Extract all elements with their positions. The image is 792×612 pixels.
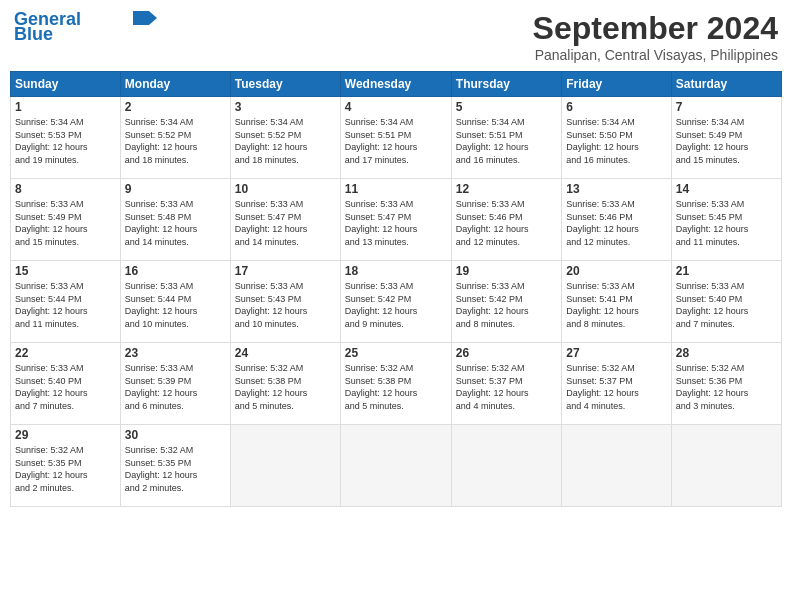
calendar-cell: 20Sunrise: 5:33 AMSunset: 5:41 PMDayligh… (562, 261, 671, 343)
day-number: 3 (235, 100, 336, 114)
svg-marker-0 (133, 11, 157, 25)
week-row-3: 15Sunrise: 5:33 AMSunset: 5:44 PMDayligh… (11, 261, 782, 343)
day-info: Sunrise: 5:33 AMSunset: 5:46 PMDaylight:… (456, 198, 557, 248)
day-info: Sunrise: 5:34 AMSunset: 5:51 PMDaylight:… (345, 116, 447, 166)
month-title: September 2024 (533, 10, 778, 47)
day-number: 17 (235, 264, 336, 278)
day-info: Sunrise: 5:32 AMSunset: 5:35 PMDaylight:… (125, 444, 226, 494)
calendar-cell: 17Sunrise: 5:33 AMSunset: 5:43 PMDayligh… (230, 261, 340, 343)
day-info: Sunrise: 5:33 AMSunset: 5:41 PMDaylight:… (566, 280, 666, 330)
calendar-cell: 25Sunrise: 5:32 AMSunset: 5:38 PMDayligh… (340, 343, 451, 425)
calendar-cell: 8Sunrise: 5:33 AMSunset: 5:49 PMDaylight… (11, 179, 121, 261)
day-info: Sunrise: 5:32 AMSunset: 5:37 PMDaylight:… (566, 362, 666, 412)
day-info: Sunrise: 5:32 AMSunset: 5:35 PMDaylight:… (15, 444, 116, 494)
day-info: Sunrise: 5:34 AMSunset: 5:53 PMDaylight:… (15, 116, 116, 166)
day-info: Sunrise: 5:32 AMSunset: 5:36 PMDaylight:… (676, 362, 777, 412)
day-number: 5 (456, 100, 557, 114)
day-info: Sunrise: 5:33 AMSunset: 5:47 PMDaylight:… (235, 198, 336, 248)
day-number: 4 (345, 100, 447, 114)
weekday-header-wednesday: Wednesday (340, 72, 451, 97)
day-info: Sunrise: 5:33 AMSunset: 5:49 PMDaylight:… (15, 198, 116, 248)
calendar-cell: 29Sunrise: 5:32 AMSunset: 5:35 PMDayligh… (11, 425, 121, 507)
day-number: 7 (676, 100, 777, 114)
day-info: Sunrise: 5:33 AMSunset: 5:43 PMDaylight:… (235, 280, 336, 330)
day-number: 11 (345, 182, 447, 196)
day-number: 20 (566, 264, 666, 278)
calendar-cell: 9Sunrise: 5:33 AMSunset: 5:48 PMDaylight… (120, 179, 230, 261)
day-number: 21 (676, 264, 777, 278)
day-number: 23 (125, 346, 226, 360)
logo-blue: Blue (14, 24, 53, 45)
day-info: Sunrise: 5:32 AMSunset: 5:38 PMDaylight:… (345, 362, 447, 412)
weekday-header-monday: Monday (120, 72, 230, 97)
calendar-cell: 22Sunrise: 5:33 AMSunset: 5:40 PMDayligh… (11, 343, 121, 425)
day-number: 16 (125, 264, 226, 278)
day-info: Sunrise: 5:33 AMSunset: 5:47 PMDaylight:… (345, 198, 447, 248)
week-row-2: 8Sunrise: 5:33 AMSunset: 5:49 PMDaylight… (11, 179, 782, 261)
day-info: Sunrise: 5:34 AMSunset: 5:52 PMDaylight:… (235, 116, 336, 166)
day-info: Sunrise: 5:33 AMSunset: 5:44 PMDaylight:… (125, 280, 226, 330)
calendar-cell (230, 425, 340, 507)
day-number: 15 (15, 264, 116, 278)
calendar-cell: 7Sunrise: 5:34 AMSunset: 5:49 PMDaylight… (671, 97, 781, 179)
calendar-cell: 4Sunrise: 5:34 AMSunset: 5:51 PMDaylight… (340, 97, 451, 179)
calendar-cell (562, 425, 671, 507)
weekday-header-row: SundayMondayTuesdayWednesdayThursdayFrid… (11, 72, 782, 97)
weekday-header-saturday: Saturday (671, 72, 781, 97)
calendar-cell (671, 425, 781, 507)
day-info: Sunrise: 5:33 AMSunset: 5:39 PMDaylight:… (125, 362, 226, 412)
day-info: Sunrise: 5:33 AMSunset: 5:40 PMDaylight:… (676, 280, 777, 330)
calendar-cell (451, 425, 561, 507)
day-info: Sunrise: 5:34 AMSunset: 5:49 PMDaylight:… (676, 116, 777, 166)
week-row-5: 29Sunrise: 5:32 AMSunset: 5:35 PMDayligh… (11, 425, 782, 507)
location-title: Panalipan, Central Visayas, Philippines (533, 47, 778, 63)
weekday-header-friday: Friday (562, 72, 671, 97)
day-number: 10 (235, 182, 336, 196)
day-number: 27 (566, 346, 666, 360)
calendar-cell: 19Sunrise: 5:33 AMSunset: 5:42 PMDayligh… (451, 261, 561, 343)
weekday-header-thursday: Thursday (451, 72, 561, 97)
calendar-cell: 6Sunrise: 5:34 AMSunset: 5:50 PMDaylight… (562, 97, 671, 179)
day-number: 14 (676, 182, 777, 196)
calendar-cell: 28Sunrise: 5:32 AMSunset: 5:36 PMDayligh… (671, 343, 781, 425)
weekday-header-sunday: Sunday (11, 72, 121, 97)
day-info: Sunrise: 5:33 AMSunset: 5:42 PMDaylight:… (456, 280, 557, 330)
day-info: Sunrise: 5:32 AMSunset: 5:37 PMDaylight:… (456, 362, 557, 412)
day-number: 26 (456, 346, 557, 360)
day-info: Sunrise: 5:32 AMSunset: 5:38 PMDaylight:… (235, 362, 336, 412)
calendar-cell: 10Sunrise: 5:33 AMSunset: 5:47 PMDayligh… (230, 179, 340, 261)
day-info: Sunrise: 5:34 AMSunset: 5:52 PMDaylight:… (125, 116, 226, 166)
day-info: Sunrise: 5:33 AMSunset: 5:46 PMDaylight:… (566, 198, 666, 248)
day-number: 30 (125, 428, 226, 442)
day-info: Sunrise: 5:34 AMSunset: 5:51 PMDaylight:… (456, 116, 557, 166)
logo-arrow-icon (133, 11, 157, 25)
day-info: Sunrise: 5:34 AMSunset: 5:50 PMDaylight:… (566, 116, 666, 166)
calendar-cell: 18Sunrise: 5:33 AMSunset: 5:42 PMDayligh… (340, 261, 451, 343)
day-info: Sunrise: 5:33 AMSunset: 5:45 PMDaylight:… (676, 198, 777, 248)
day-number: 12 (456, 182, 557, 196)
calendar-cell: 13Sunrise: 5:33 AMSunset: 5:46 PMDayligh… (562, 179, 671, 261)
calendar-cell: 1Sunrise: 5:34 AMSunset: 5:53 PMDaylight… (11, 97, 121, 179)
day-number: 8 (15, 182, 116, 196)
calendar-cell: 30Sunrise: 5:32 AMSunset: 5:35 PMDayligh… (120, 425, 230, 507)
day-number: 18 (345, 264, 447, 278)
day-info: Sunrise: 5:33 AMSunset: 5:48 PMDaylight:… (125, 198, 226, 248)
day-info: Sunrise: 5:33 AMSunset: 5:42 PMDaylight:… (345, 280, 447, 330)
logo: General Blue (14, 10, 157, 45)
day-number: 25 (345, 346, 447, 360)
day-number: 9 (125, 182, 226, 196)
day-number: 29 (15, 428, 116, 442)
page-header: General Blue September 2024 Panalipan, C… (10, 10, 782, 63)
day-info: Sunrise: 5:33 AMSunset: 5:44 PMDaylight:… (15, 280, 116, 330)
day-info: Sunrise: 5:33 AMSunset: 5:40 PMDaylight:… (15, 362, 116, 412)
calendar-table: SundayMondayTuesdayWednesdayThursdayFrid… (10, 71, 782, 507)
day-number: 2 (125, 100, 226, 114)
week-row-1: 1Sunrise: 5:34 AMSunset: 5:53 PMDaylight… (11, 97, 782, 179)
day-number: 6 (566, 100, 666, 114)
calendar-cell: 21Sunrise: 5:33 AMSunset: 5:40 PMDayligh… (671, 261, 781, 343)
calendar-cell: 26Sunrise: 5:32 AMSunset: 5:37 PMDayligh… (451, 343, 561, 425)
day-number: 24 (235, 346, 336, 360)
day-number: 19 (456, 264, 557, 278)
day-number: 28 (676, 346, 777, 360)
calendar-cell: 23Sunrise: 5:33 AMSunset: 5:39 PMDayligh… (120, 343, 230, 425)
